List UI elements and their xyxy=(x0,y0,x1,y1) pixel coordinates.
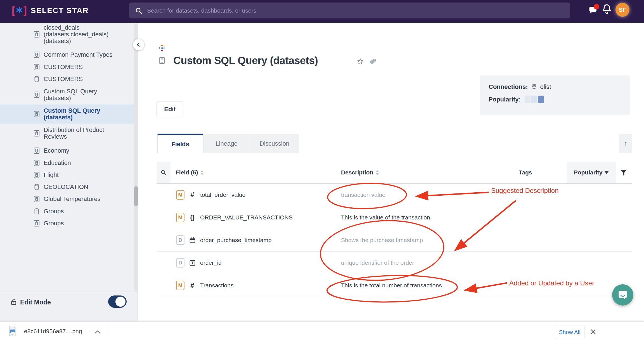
database-icon xyxy=(33,208,40,215)
fields-table-body: M # total_order_value transaction value … xyxy=(157,184,632,297)
sidebar-item-label: closed_deals (datasets.closed_deals) (da… xyxy=(44,24,113,44)
field-name[interactable]: order_id xyxy=(200,259,222,266)
field-description-suggested[interactable]: unique identifier of the order xyxy=(341,259,414,266)
table-row-transactions[interactable]: M # Transactions This is the total numbe… xyxy=(157,274,632,297)
field-name[interactable]: order_purchase_timestamp xyxy=(200,237,272,243)
select-star-logo[interactable]: [ ] SELECT STAR xyxy=(12,6,89,16)
sort-icon[interactable] xyxy=(376,170,379,175)
sidebar-item-label: Groups xyxy=(44,208,64,215)
chevron-up-icon[interactable] xyxy=(94,328,101,336)
tab-discussion[interactable]: Discussion xyxy=(250,134,299,153)
sidebar-item-groups-table[interactable]: Groups xyxy=(0,217,134,230)
bell-icon[interactable] xyxy=(601,3,613,15)
page-title: Custom SQL Query (datasets) xyxy=(173,55,318,67)
search-icon xyxy=(135,7,143,15)
downloaded-filename: e8c611d956a87....png xyxy=(24,328,82,335)
description-column-label: Description xyxy=(341,169,373,176)
logo-bracket-left: [ xyxy=(12,6,15,16)
back-to-top-button[interactable]: ↑ xyxy=(619,134,632,153)
field-column-label: Field (5) xyxy=(176,169,198,176)
connection-name[interactable]: olist xyxy=(540,83,551,91)
table-search-button[interactable] xyxy=(157,162,171,183)
table-icon xyxy=(33,147,40,154)
table-icon xyxy=(33,130,40,137)
column-header-description[interactable]: Description xyxy=(341,162,379,183)
tabs-divider xyxy=(203,153,632,153)
column-header-popularity[interactable]: Popularity xyxy=(567,162,616,183)
hash-icon: # xyxy=(188,282,196,289)
sidebar-item-label: Global Temperatures xyxy=(44,196,101,202)
database-icon xyxy=(33,75,40,83)
chat-bubble-icon xyxy=(617,289,629,301)
popularity-label: Popularity: xyxy=(489,96,521,103)
database-icon xyxy=(33,183,40,191)
sidebar-item-customers-table[interactable]: CUSTOMERS xyxy=(0,61,134,73)
fields-table-header: Field (5) Description Tags Popularity xyxy=(157,162,632,184)
sidebar-item-common-payment-types[interactable]: Common Payment Types xyxy=(0,49,134,61)
column-header-field[interactable]: Field (5) xyxy=(176,162,204,183)
sidebar-item-label: Economy xyxy=(44,147,69,154)
field-description[interactable]: This is the total number of transactions… xyxy=(341,282,444,289)
tab-lineage[interactable]: Lineage xyxy=(203,134,250,153)
edit-button[interactable]: Edit xyxy=(157,101,183,117)
tag-icon[interactable] xyxy=(368,57,377,66)
measure-badge: M xyxy=(176,281,184,290)
sidebar-item-flight[interactable]: Flight xyxy=(0,169,134,181)
field-name[interactable]: total_order_value xyxy=(200,191,245,198)
search-input[interactable] xyxy=(129,3,570,18)
field-description[interactable]: This is the value of the transaction. xyxy=(341,214,432,221)
sidebar-item-label: Education xyxy=(44,160,71,166)
field-name[interactable]: Transactions xyxy=(200,282,233,289)
field-description-suggested[interactable]: Shows the purchase timestamp xyxy=(341,237,423,243)
sidebar-item-economy[interactable]: Economy xyxy=(0,145,134,157)
measure-badge: M xyxy=(176,190,184,200)
tab-fields[interactable]: Fields xyxy=(157,134,203,153)
sidebar-scrollbar-thumb[interactable] xyxy=(134,186,138,206)
edit-mode-label: Edit Mode xyxy=(20,299,51,306)
sidebar-collapse-button[interactable] xyxy=(133,39,144,50)
favorite-star-icon[interactable] xyxy=(357,58,364,65)
top-navigation-bar: [ ] SELECT STAR SF xyxy=(0,0,644,23)
table-row-order-purchase-timestamp[interactable]: D order_purchase_timestamp Shows the pur… xyxy=(157,229,632,252)
calendar-icon xyxy=(188,237,196,244)
table-icon xyxy=(33,220,40,227)
chat-notifications-button[interactable] xyxy=(588,5,598,15)
sidebar-item-groups-db[interactable]: Groups xyxy=(0,205,134,217)
filter-funnel-icon[interactable] xyxy=(619,168,628,177)
sidebar-item-custom-sql-query-1[interactable]: Custom SQL Query (datasets) xyxy=(0,86,134,104)
table-row-order-id[interactable]: D order_id unique identifier of the orde… xyxy=(157,252,632,274)
downloaded-file-chip[interactable]: PNG e8c611d956a87....png xyxy=(8,326,82,337)
tags-column-label: Tags xyxy=(519,169,532,176)
sidebar-item-distribution-product-reviews[interactable]: Distribution of Product Reviews xyxy=(0,124,134,143)
table-icon xyxy=(33,51,40,58)
user-avatar[interactable]: SF xyxy=(615,3,629,17)
sidebar-scrollbar-track xyxy=(134,24,138,291)
sidebar-item-custom-sql-query-selected[interactable]: Custom SQL Query (datasets) xyxy=(0,105,134,124)
sidebar-item-geolocation[interactable]: GEOLOCATION xyxy=(0,181,134,193)
sidebar-item-closed-deals[interactable]: closed_deals (datasets.closed_deals) (da… xyxy=(0,24,134,45)
table-row-total-order-value[interactable]: M # total_order_value transaction value xyxy=(157,184,632,206)
table-icon xyxy=(33,91,40,98)
hash-icon: # xyxy=(188,191,196,199)
show-all-downloads-button[interactable]: Show All xyxy=(555,325,584,339)
edit-mode-toggle[interactable] xyxy=(108,295,127,308)
sidebar-item-label: CUSTOMERS xyxy=(44,64,83,70)
up-arrow-icon: ↑ xyxy=(624,139,628,148)
field-name[interactable]: ORDER_VALUE_TRANSACTIONS xyxy=(200,214,293,221)
sort-icon[interactable] xyxy=(200,170,204,175)
sidebar-item-education[interactable]: Education xyxy=(0,157,134,169)
table-row-order-value-transactions[interactable]: M {} ORDER_VALUE_TRANSACTIONS This is th… xyxy=(157,206,632,229)
braces-icon: {} xyxy=(188,214,196,221)
sidebar-footer: Edit Mode xyxy=(0,292,138,321)
downloads-bar: PNG e8c611d956a87....png Show All × xyxy=(0,321,644,343)
intercom-chat-button[interactable] xyxy=(612,284,633,306)
close-downloads-bar-icon[interactable]: × xyxy=(588,324,599,340)
connections-label: Connections: xyxy=(489,83,528,91)
sidebar-item-customers-db[interactable]: CUSTOMERS xyxy=(0,73,134,85)
logo-bracket-right: ] xyxy=(23,6,27,16)
sidebar-item-global-temperatures[interactable]: Global Temperatures xyxy=(0,193,134,205)
dimension-badge: D xyxy=(176,235,184,245)
field-description-suggested[interactable]: transaction value xyxy=(341,191,385,198)
table-icon xyxy=(33,63,40,71)
sidebar-item-label: Groups xyxy=(44,220,64,227)
